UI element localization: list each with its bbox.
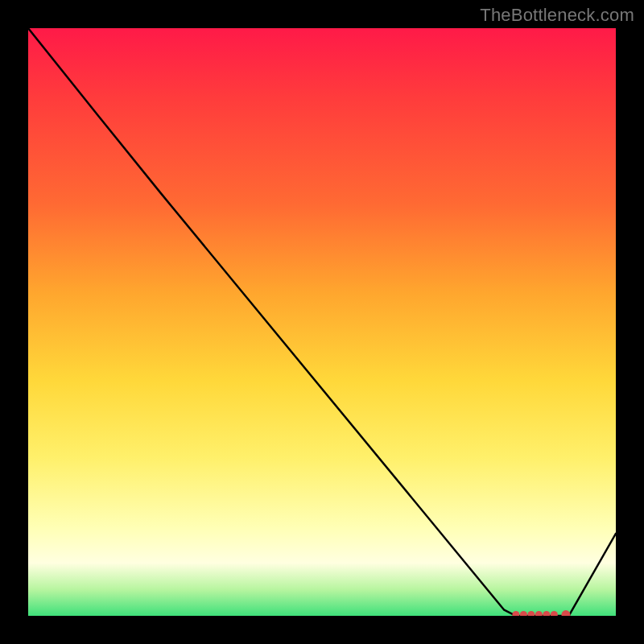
- bottom-markers: [512, 610, 570, 616]
- marker-dot: [520, 611, 527, 616]
- marker-dot: [543, 611, 550, 616]
- line-curve: [28, 28, 616, 616]
- chart-frame: TheBottleneck.com: [0, 0, 644, 644]
- attribution-label: TheBottleneck.com: [480, 5, 634, 26]
- marker-dot: [512, 611, 519, 616]
- marker-dot: [561, 610, 570, 616]
- marker-dot: [527, 611, 535, 616]
- marker-dot: [535, 611, 543, 616]
- marker-dot: [551, 611, 558, 616]
- curve-path: [28, 28, 616, 616]
- plot-area: [28, 28, 616, 616]
